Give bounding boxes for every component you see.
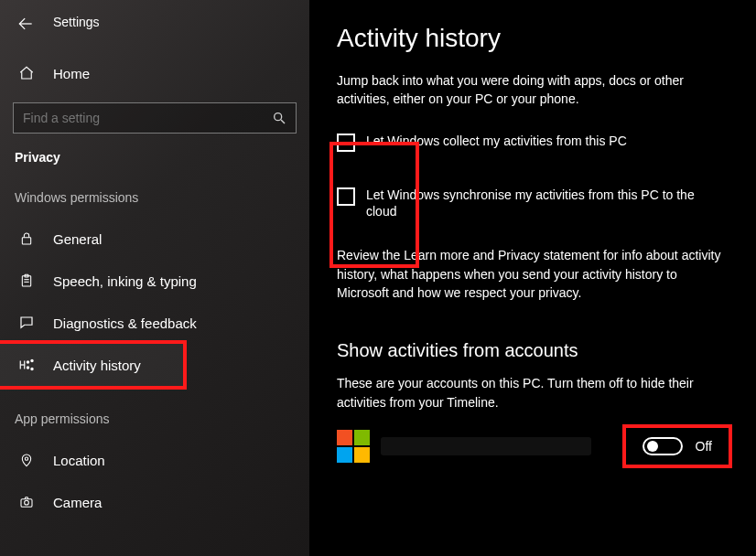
- checkbox-collect-activities-label: Let Windows collect my activities from t…: [366, 133, 627, 150]
- svg-point-12: [31, 359, 33, 361]
- nav-general-label: General: [53, 231, 102, 247]
- account-toggle-state: Off: [696, 439, 712, 454]
- review-text: Review the Learn more and Privacy statem…: [337, 246, 729, 302]
- back-button[interactable]: [16, 15, 37, 35]
- nav-home-label: Home: [53, 66, 90, 81]
- account-toggle[interactable]: [643, 437, 683, 455]
- checkbox-sync-activities[interactable]: [337, 187, 355, 206]
- group-windows-permissions: Windows permissions: [0, 165, 309, 205]
- search-input[interactable]: [23, 111, 272, 125]
- account-name-redacted: [381, 437, 591, 455]
- accounts-heading: Show activities from accounts: [337, 340, 729, 361]
- svg-point-14: [31, 368, 33, 369]
- nav-activity-history[interactable]: Activity history: [0, 344, 183, 386]
- feedback-icon: [16, 315, 37, 331]
- accounts-description: These are your accounts on this PC. Turn…: [337, 374, 729, 412]
- checkbox-sync-activities-label: Let Windows synchronise my activities fr…: [366, 187, 714, 221]
- svg-point-1: [275, 113, 282, 121]
- svg-rect-3: [22, 238, 30, 244]
- svg-point-15: [25, 457, 27, 460]
- nav-speech[interactable]: Speech, inking & typing: [0, 260, 309, 302]
- home-icon: [16, 65, 37, 81]
- microsoft-logo-icon: [337, 430, 370, 463]
- camera-icon: [16, 495, 37, 509]
- nav-location-label: Location: [53, 453, 105, 468]
- section-title: Privacy: [0, 134, 309, 165]
- nav-activity-history-label: Activity history: [53, 358, 141, 373]
- nav-diagnostics[interactable]: Diagnostics & feedback: [0, 302, 309, 344]
- window-title: Settings: [53, 15, 100, 29]
- nav-home[interactable]: Home: [0, 55, 309, 91]
- checkbox-collect-activities[interactable]: [337, 134, 355, 152]
- group-app-permissions: App permissions: [0, 386, 309, 426]
- nav-camera[interactable]: Camera: [0, 481, 309, 523]
- nav-location[interactable]: Location: [0, 439, 309, 481]
- nav-diagnostics-label: Diagnostics & feedback: [53, 315, 197, 331]
- svg-point-17: [25, 500, 29, 505]
- nav-camera-label: Camera: [53, 495, 102, 510]
- page-title: Activity history: [337, 24, 729, 53]
- svg-point-11: [27, 361, 28, 363]
- clipboard-icon: [16, 273, 37, 289]
- svg-line-2: [281, 120, 285, 123]
- location-icon: [16, 452, 37, 468]
- activity-history-icon: [16, 357, 37, 373]
- account-toggle-group: Off: [626, 428, 729, 465]
- search-box[interactable]: [13, 102, 297, 134]
- svg-point-13: [27, 367, 28, 369]
- nav-speech-label: Speech, inking & typing: [53, 273, 197, 289]
- nav-general[interactable]: General: [0, 218, 309, 260]
- lock-icon: [16, 230, 37, 247]
- search-icon: [272, 111, 286, 125]
- intro-text: Jump back into what you were doing with …: [337, 71, 729, 109]
